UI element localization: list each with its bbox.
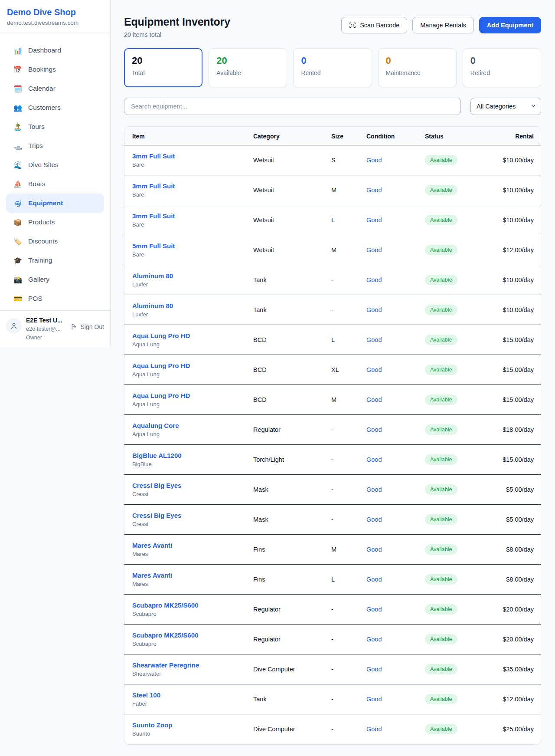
item-name-link[interactable]: Steel 100: [132, 691, 253, 699]
stat-card[interactable]: 0 Retired: [463, 48, 541, 87]
condition-link[interactable]: Good: [366, 666, 382, 673]
condition-link[interactable]: Good: [366, 606, 382, 613]
condition-link[interactable]: Good: [366, 696, 382, 703]
condition-link[interactable]: Good: [366, 456, 382, 463]
condition-link[interactable]: Good: [366, 157, 382, 164]
sidebar-item[interactable]: 📅 Bookings: [6, 60, 104, 79]
size-cell: M: [331, 235, 366, 265]
sidebar-item[interactable]: 📸 Gallery: [6, 270, 104, 289]
status-badge: Available: [425, 305, 457, 315]
size-cell: -: [331, 714, 366, 744]
sidebar-item[interactable]: 🛥️ Trips: [6, 136, 104, 155]
item-name-link[interactable]: Aqua Lung Pro HD: [132, 332, 253, 339]
item-name-link[interactable]: Scubapro MK25/S600: [132, 602, 253, 609]
item-name-link[interactable]: Aqua Lung Pro HD: [132, 392, 253, 399]
user-info: E2E Test U... e2e-tester@... Owner: [26, 316, 62, 341]
item-brand: Cressi: [132, 521, 253, 527]
condition-link[interactable]: Good: [366, 247, 382, 253]
rental-cell: $15.00/day: [501, 445, 541, 475]
sidebar-nav: 📊 Dashboard 📅 Bookings 🗓️ Calendar 👥 Cus…: [0, 33, 110, 310]
status-cell: Available: [425, 565, 501, 595]
scan-barcode-button[interactable]: Scan Barcode: [341, 17, 407, 33]
condition-link[interactable]: Good: [366, 366, 382, 373]
barcode-scan-icon: [349, 22, 356, 29]
brand-name[interactable]: Demo Dive Shop: [7, 7, 103, 17]
item-name-link[interactable]: Mares Avanti: [132, 542, 253, 549]
stat-label: Available: [216, 69, 279, 76]
sidebar-item[interactable]: 🗓️ Calendar: [6, 79, 104, 98]
condition-link[interactable]: Good: [366, 187, 382, 194]
sidebar-item[interactable]: 🏝️ Tours: [6, 117, 104, 136]
condition-link[interactable]: Good: [366, 426, 382, 433]
item-cell: Scubapro MK25/S600 Scubapro: [124, 595, 253, 625]
sidebar-item-icon: 🌊: [13, 161, 23, 169]
category-cell: Wetsuit: [253, 175, 331, 205]
condition-link[interactable]: Good: [366, 486, 382, 493]
item-name-link[interactable]: 3mm Full Suit: [132, 152, 253, 160]
item-name-link[interactable]: Cressi Big Eyes: [132, 512, 253, 519]
condition-link[interactable]: Good: [366, 306, 382, 313]
condition-link[interactable]: Good: [366, 336, 382, 343]
item-name-link[interactable]: 5mm Full Suit: [132, 242, 253, 250]
sidebar-item[interactable]: 🎓 Training: [6, 251, 104, 270]
table-row: Mares Avanti Mares Fins M Good Available…: [124, 535, 541, 565]
condition-cell: Good: [366, 235, 425, 265]
item-name-link[interactable]: Aluminum 80: [132, 272, 253, 279]
sidebar-item-label: Discounts: [28, 237, 58, 245]
status-badge: Available: [425, 275, 457, 285]
status-cell: Available: [425, 325, 501, 355]
sidebar-item[interactable]: 🌊 Dive Sites: [6, 155, 104, 174]
manage-rentals-button[interactable]: Manage Rentals: [412, 17, 474, 33]
sidebar-item[interactable]: 📊 Dashboard: [6, 41, 104, 60]
stat-card[interactable]: 20 Total: [124, 48, 202, 87]
condition-link[interactable]: Good: [366, 726, 382, 733]
sidebar-item[interactable]: ⛵ Boats: [6, 174, 104, 194]
item-name-link[interactable]: Suunto Zoop: [132, 721, 253, 729]
item-name-link[interactable]: 3mm Full Suit: [132, 182, 253, 190]
sidebar-item[interactable]: 🤿 Equipment: [6, 194, 104, 213]
stat-card[interactable]: 0 Rented: [293, 48, 372, 87]
condition-link[interactable]: Good: [366, 516, 382, 523]
item-name-link[interactable]: Cressi Big Eyes: [132, 482, 253, 489]
filter-row: All Categories: [124, 98, 541, 115]
size-cell: L: [331, 325, 366, 355]
item-brand: Bare: [132, 161, 253, 168]
condition-link[interactable]: Good: [366, 396, 382, 403]
item-name-link[interactable]: BigBlue AL1200: [132, 452, 253, 459]
condition-link[interactable]: Good: [366, 546, 382, 553]
sign-out-button[interactable]: Sign Out: [71, 323, 104, 330]
title-block: Equipment Inventory 20 items total: [124, 16, 230, 38]
rental-cell: $5.00/day: [501, 505, 541, 535]
sidebar-item[interactable]: 🏷️ Discounts: [6, 232, 104, 251]
sidebar-item[interactable]: 📦 Products: [6, 213, 104, 232]
category-cell: Wetsuit: [253, 145, 331, 175]
condition-link[interactable]: Good: [366, 576, 382, 583]
sidebar-item[interactable]: 👥 Customers: [6, 98, 104, 117]
item-name-link[interactable]: Aqua Lung Pro HD: [132, 362, 253, 369]
item-name-link[interactable]: Scubapro MK25/S600: [132, 631, 253, 639]
size-cell: -: [331, 595, 366, 625]
sidebar-item-icon: 💳: [13, 295, 23, 303]
sidebar-item[interactable]: 💳 POS: [6, 289, 104, 308]
status-cell: Available: [425, 415, 501, 445]
item-name-link[interactable]: Shearwater Peregrine: [132, 661, 253, 669]
condition-link[interactable]: Good: [366, 636, 382, 643]
item-name-link[interactable]: Mares Avanti: [132, 572, 253, 579]
item-name-link[interactable]: Aqualung Core: [132, 422, 253, 429]
equipment-table-card: Item Category Size Condition Status Rent…: [124, 126, 541, 745]
stat-card[interactable]: 20 Available: [209, 48, 287, 87]
category-cell: Regulator: [253, 625, 331, 654]
condition-link[interactable]: Good: [366, 276, 382, 283]
stat-card[interactable]: 0 Maintenance: [378, 48, 457, 87]
search-input[interactable]: [124, 98, 461, 115]
category-select[interactable]: All Categories: [470, 98, 541, 115]
condition-link[interactable]: Good: [366, 217, 382, 224]
category-cell: BCD: [253, 355, 331, 385]
status-cell: Available: [425, 205, 501, 235]
add-equipment-button[interactable]: Add Equipment: [479, 17, 541, 33]
size-cell: M: [331, 385, 366, 415]
item-name-link[interactable]: Aluminum 80: [132, 302, 253, 309]
manage-rentals-label: Manage Rentals: [420, 22, 466, 29]
main-content: Equipment Inventory 20 items total Scan …: [111, 0, 555, 745]
item-name-link[interactable]: 3mm Full Suit: [132, 212, 253, 220]
